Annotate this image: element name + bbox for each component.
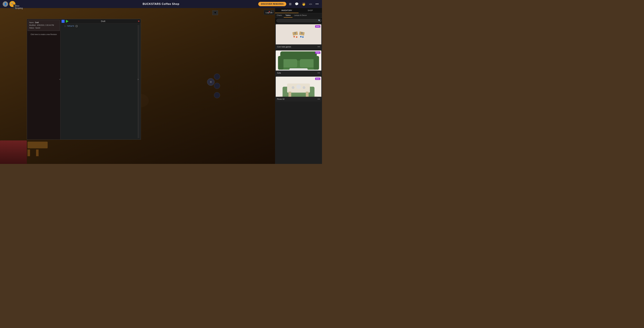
search-input[interactable] [276, 19, 322, 22]
svg-rect-4 [294, 36, 295, 37]
item-more-button[interactable]: ••• [318, 45, 320, 48]
tab-shop[interactable]: SHOP [298, 8, 322, 13]
more-options-icon[interactable]: ••• [315, 2, 319, 6]
svg-rect-5 [296, 36, 297, 38]
script-run-button[interactable] [66, 20, 68, 23]
list-item[interactable]: imvu Corn hole games ••• [276, 24, 321, 49]
svg-rect-12 [300, 59, 314, 67]
svg-point-23 [296, 84, 301, 89]
script-left-panel: Name: Draft Modified: 4/30/2024, 3:30:44… [27, 19, 60, 139]
script-editor-title: Draft [70, 20, 137, 22]
svg-rect-21 [288, 92, 291, 97]
category-tables[interactable]: Tables [284, 13, 292, 17]
svg-rect-11 [282, 59, 297, 67]
search-bar: 🔍 [275, 18, 322, 24]
inventory-panel: INVENTORY SHOP Chairs Tables Lamps & Dec… [275, 8, 322, 164]
tab-inventory[interactable]: INVENTORY [275, 8, 298, 13]
search-icon: 🔍 [318, 19, 321, 22]
top-bar: 👤 🔨 BUCKSTARS Coffee Shop DISCOVER REWAR… [0, 0, 322, 8]
list-item[interactable]: imvu Picnic 02 ••• [276, 77, 321, 101]
item-footer: Corn hole games ••• [276, 44, 321, 49]
script-toolbar: Draft ✕ [60, 19, 141, 24]
top-bar-right: DISCOVER REWARDS ⊞ 💬 🧑 </> ••• [258, 1, 319, 6]
imvu-badge: imvu [315, 25, 320, 28]
code-icon[interactable]: </> [308, 2, 313, 6]
script-modified-field: Modified: 4/30/2024, 3:30:44 PM [29, 24, 58, 27]
code-content[interactable]: return {} [67, 25, 138, 138]
svg-point-3 [301, 32, 303, 34]
svg-rect-6 [300, 36, 302, 37]
svg-rect-15 [290, 68, 308, 70]
script-name-field: Name: Draft [29, 21, 58, 24]
item-footer: Picnic 02 ••• [276, 97, 321, 101]
scripting-window: Name: Draft Modified: 4/30/2024, 3:30:44… [27, 19, 141, 140]
item-footer: Sofa ••• [276, 70, 321, 75]
svg-point-24 [292, 86, 294, 89]
close-scripting-icon[interactable]: ✕ [268, 10, 270, 13]
item-thumbnail-picnic: imvu [276, 77, 321, 97]
category-tabs: Chairs Tables Lamps & Decor [275, 13, 322, 18]
svg-rect-7 [302, 36, 304, 38]
svg-rect-14 [314, 56, 319, 70]
line-numbers: 1 [62, 25, 67, 138]
script-close-button[interactable]: ✕ [138, 20, 140, 23]
chevron-down-icon: ▼ [214, 11, 216, 14]
inventory-shop-tabs: INVENTORY SHOP [275, 8, 322, 13]
item-name: Picnic 02 [277, 98, 284, 100]
chat-icon[interactable]: 💬 [294, 1, 299, 6]
scripting-window-title: Imvu Scripting [15, 5, 23, 9]
imvu-badge: imvu [315, 78, 320, 80]
grid-icon[interactable]: ⊞ [288, 1, 292, 6]
script-status-field: Status: Saved [29, 27, 58, 29]
editor-scrollbar[interactable] [138, 25, 139, 138]
category-chairs[interactable]: Chairs [275, 13, 284, 17]
script-editor-panel: Draft ✕ 1 return {} [60, 19, 141, 139]
script-stop-button[interactable] [62, 20, 64, 23]
item-name: Sofa [277, 72, 281, 74]
item-name: Corn hole games [277, 46, 291, 48]
item-thumbnail-cornhole: imvu [276, 24, 321, 44]
script-code-editor[interactable]: 1 return {} [60, 24, 141, 139]
svg-rect-10 [280, 51, 317, 60]
item-more-button[interactable]: ••• [318, 71, 320, 74]
scripting-window-titlebar: Imvu Scripting [14, 4, 16, 9]
avatar-profile-icon[interactable]: 🧑 [301, 1, 306, 6]
imvu-badge: imvu [315, 51, 320, 54]
nav-collapse-button[interactable]: ▼ [212, 10, 218, 15]
avatar-icon[interactable]: 👤 [3, 1, 8, 7]
list-item[interactable]: imvu Sofa ••• [276, 50, 321, 75]
item-thumbnail-sofa: imvu [276, 50, 321, 70]
app-title: BUCKSTARS Coffee Shop [143, 2, 180, 5]
category-lamps[interactable]: Lamps & Decor [292, 13, 308, 17]
create-new-revision-button[interactable]: Click here to create a new Revision [28, 32, 60, 37]
svg-point-25 [302, 86, 305, 89]
script-draft-item[interactable]: Name: Draft Modified: 4/30/2024, 3:30:44… [28, 20, 60, 31]
svg-rect-22 [306, 92, 308, 97]
discover-rewards-button[interactable]: DISCOVER REWARDS [258, 2, 286, 6]
expand-scripting-icon[interactable]: ⛶ [271, 10, 273, 13]
svg-point-1 [294, 32, 296, 34]
code-body: {} [75, 25, 78, 27]
item-more-button[interactable]: ••• [318, 98, 320, 100]
collapse-left-arrow[interactable]: < [59, 78, 60, 81]
keyword-return: return [67, 25, 74, 27]
expand-right-arrow[interactable]: > [137, 78, 139, 81]
svg-rect-13 [278, 56, 284, 70]
inventory-items-list: imvu Corn hole games ••• [275, 24, 322, 164]
